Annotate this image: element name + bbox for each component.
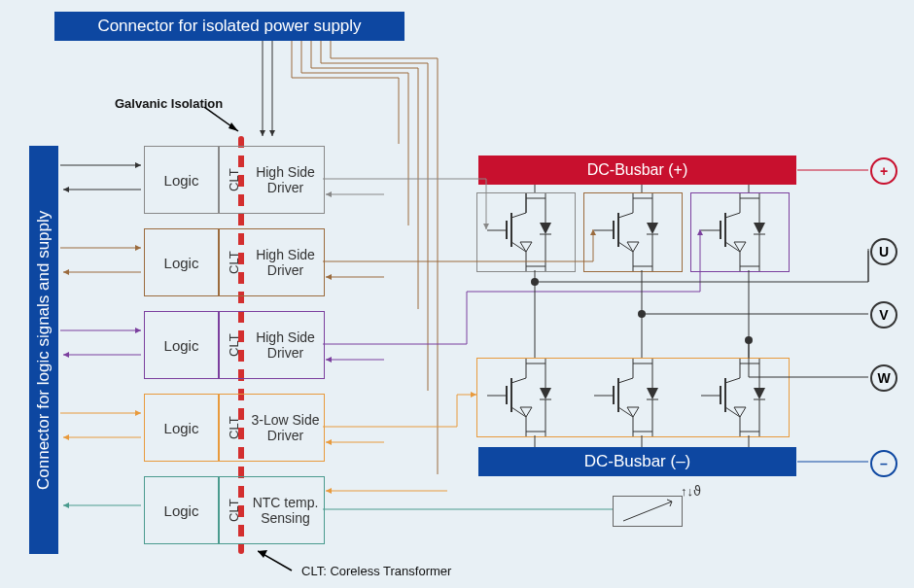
dc-busbar-negative: DC-Busbar (–) (478, 447, 796, 476)
clt-cell: CLT (219, 477, 247, 543)
clt-cell: CLT (219, 312, 247, 378)
svg-line-70 (623, 502, 672, 521)
ntc-symbol-icon: ↑↓ϑ (681, 481, 710, 501)
driver-block-low-side: Logic CLT 3-Low Side Driver (144, 394, 325, 462)
wiring-diagram (0, 0, 914, 588)
svg-text:↑↓ϑ: ↑↓ϑ (681, 484, 701, 499)
svg-marker-19 (627, 242, 639, 252)
svg-marker-65 (754, 388, 765, 399)
minus-terminal: – (870, 450, 897, 477)
logic-cell: Logic (145, 395, 219, 461)
phase-u-terminal: U (870, 238, 897, 265)
driver-block-high-side-1: Logic CLT High Side Driver (144, 146, 325, 214)
plus-terminal: + (870, 157, 897, 185)
igbt-high-1 (476, 192, 576, 272)
svg-marker-63 (734, 407, 746, 417)
ntc-sensor (613, 496, 683, 527)
driver-block-high-side-2: Logic CLT High Side Driver (144, 228, 325, 296)
svg-marker-8 (520, 242, 532, 252)
logic-signals-connector: Connector for logic signals and supply (29, 146, 58, 554)
igbt-low-group (476, 358, 790, 437)
ntc-block: Logic CLT NTC temp. Sensing (144, 476, 325, 544)
svg-point-93 (745, 336, 753, 344)
clt-cell: CLT (219, 147, 247, 213)
svg-marker-52 (627, 407, 639, 417)
svg-marker-1 (228, 122, 238, 131)
driver-cell: High Side Driver (247, 229, 324, 295)
svg-marker-3 (258, 550, 267, 558)
driver-cell: High Side Driver (247, 312, 324, 378)
svg-marker-21 (647, 223, 658, 234)
logic-cell: Logic (145, 477, 219, 543)
isolated-power-connector: Connector for isolated power supply (54, 12, 404, 41)
driver-cell: NTC temp. Sensing (247, 477, 324, 543)
logic-cell: Logic (145, 312, 219, 378)
logic-cell: Logic (145, 147, 219, 213)
svg-marker-30 (734, 242, 746, 252)
phase-w-terminal: W (870, 364, 897, 392)
clt-note: CLT: Coreless Transformer (301, 564, 451, 578)
driver-block-high-side-3: Logic CLT High Side Driver (144, 311, 325, 379)
svg-marker-43 (540, 388, 551, 399)
galvanic-isolation-arrow (204, 107, 253, 136)
dc-busbar-positive: DC-Busbar (+) (478, 156, 796, 185)
svg-marker-10 (540, 223, 551, 234)
clt-cell: CLT (219, 229, 247, 295)
svg-point-91 (531, 278, 539, 286)
clt-note-arrow (258, 546, 306, 575)
svg-point-92 (638, 310, 646, 318)
igbt-high-2 (583, 192, 683, 272)
igbt-high-3 (690, 192, 790, 272)
svg-marker-41 (520, 407, 532, 417)
driver-cell: High Side Driver (247, 147, 324, 213)
svg-marker-32 (754, 223, 765, 234)
logic-cell: Logic (145, 229, 219, 295)
driver-cell: 3-Low Side Driver (247, 395, 324, 461)
clt-cell: CLT (219, 395, 247, 461)
phase-v-terminal: V (870, 301, 897, 329)
svg-marker-54 (647, 388, 658, 399)
